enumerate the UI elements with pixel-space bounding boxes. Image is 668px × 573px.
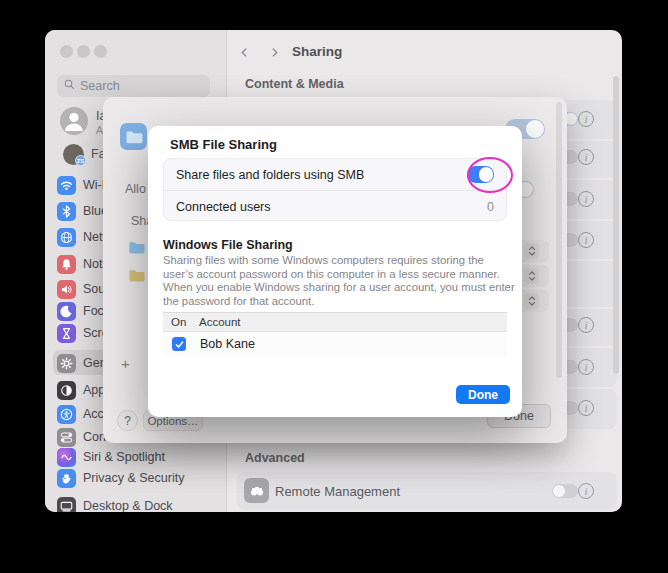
- siri-icon: [57, 448, 76, 467]
- info-icon[interactable]: i: [578, 191, 594, 207]
- hourglass-icon: [57, 324, 76, 343]
- gear-icon: [57, 354, 76, 373]
- sidebar-item-label: Desktop & Dock: [83, 499, 173, 512]
- column-header-account: Account: [199, 316, 241, 328]
- stepper-icon[interactable]: [524, 293, 539, 309]
- sheet-scrollbar[interactable]: [556, 102, 562, 378]
- column-header-on: On: [171, 316, 186, 328]
- done-button[interactable]: Done: [456, 385, 510, 404]
- info-icon[interactable]: i: [578, 111, 594, 127]
- stepper-icon[interactable]: [524, 268, 539, 284]
- window-scrollbar[interactable]: [613, 76, 619, 374]
- forward-button[interactable]: [268, 45, 281, 58]
- folder-icon-yellow: [127, 266, 146, 285]
- table-header: On Account: [163, 313, 507, 332]
- hand-icon: [57, 469, 76, 488]
- folder-icon-blue: [127, 238, 146, 257]
- binoculars-icon: [244, 478, 269, 503]
- stepper-icon[interactable]: [524, 243, 539, 259]
- sidebar-item-privacy-security[interactable]: Privacy & Security: [57, 467, 225, 489]
- page-title: Sharing: [292, 44, 342, 59]
- info-icon[interactable]: i: [578, 483, 594, 499]
- account-checkbox[interactable]: [172, 337, 186, 351]
- info-icon[interactable]: i: [578, 232, 594, 248]
- bluetooth-icon: [57, 202, 76, 221]
- info-icon[interactable]: i: [578, 149, 594, 165]
- windows-file-sharing-description: Sharing files with some Windows computer…: [163, 254, 515, 308]
- annotation-highlight-ellipse: [467, 157, 513, 193]
- remote-management-toggle[interactable]: [552, 484, 578, 498]
- dialog-title: SMB File Sharing: [170, 137, 277, 152]
- connected-users-row: Connected users 0: [164, 191, 506, 222]
- back-button[interactable]: [238, 45, 251, 58]
- connected-users-value: 0: [487, 200, 494, 214]
- smb-file-sharing-dialog: SMB File Sharing Share files and folders…: [148, 126, 522, 417]
- info-icon[interactable]: i: [578, 359, 594, 375]
- speaker-icon: [57, 280, 76, 299]
- sidebar-item-siri[interactable]: Siri & Spotlight: [57, 446, 225, 468]
- remote-management-row[interactable]: Remote Management i: [237, 472, 617, 510]
- section-header-content-media: Content & Media: [245, 77, 344, 91]
- screenshot-stage: Search Ia A ZS Fa Wi-FBluetNetwNotifSoun…: [0, 0, 668, 573]
- file-sharing-folder-icon: [120, 123, 147, 150]
- control-center-icon: [57, 428, 76, 447]
- connected-users-label: Connected users: [176, 200, 271, 214]
- accessibility-icon: [57, 405, 76, 424]
- account-name: Bob Kane: [200, 337, 255, 351]
- info-icon[interactable]: i: [578, 317, 594, 333]
- smb-settings-card: Share files and folders using SMB Connec…: [163, 158, 507, 221]
- accounts-table: On Account Bob Kane: [163, 312, 507, 355]
- bell-icon: [57, 255, 76, 274]
- smb-toggle-row: Share files and folders using SMB: [164, 159, 506, 190]
- sheet-label-fragment: Allo: [125, 182, 146, 196]
- section-header-advanced: Advanced: [245, 451, 305, 465]
- windows-file-sharing-title: Windows File Sharing: [163, 238, 293, 252]
- appearance-icon: [57, 381, 76, 400]
- add-folder-button[interactable]: +: [121, 355, 130, 372]
- dock-icon: [57, 497, 76, 513]
- help-button[interactable]: ?: [117, 410, 138, 431]
- info-icon[interactable]: i: [578, 400, 594, 416]
- moon-icon: [57, 302, 76, 321]
- smb-toggle-label: Share files and folders using SMB: [176, 168, 364, 182]
- globe-icon: [57, 228, 76, 247]
- sidebar-item-label: Privacy & Security: [83, 471, 184, 485]
- sidebar-item-desktop-dock[interactable]: Desktop & Dock: [57, 495, 225, 512]
- remote-management-label: Remote Management: [275, 484, 400, 499]
- sidebar-item-label: Siri & Spotlight: [83, 450, 165, 464]
- wifi-icon: [57, 176, 76, 195]
